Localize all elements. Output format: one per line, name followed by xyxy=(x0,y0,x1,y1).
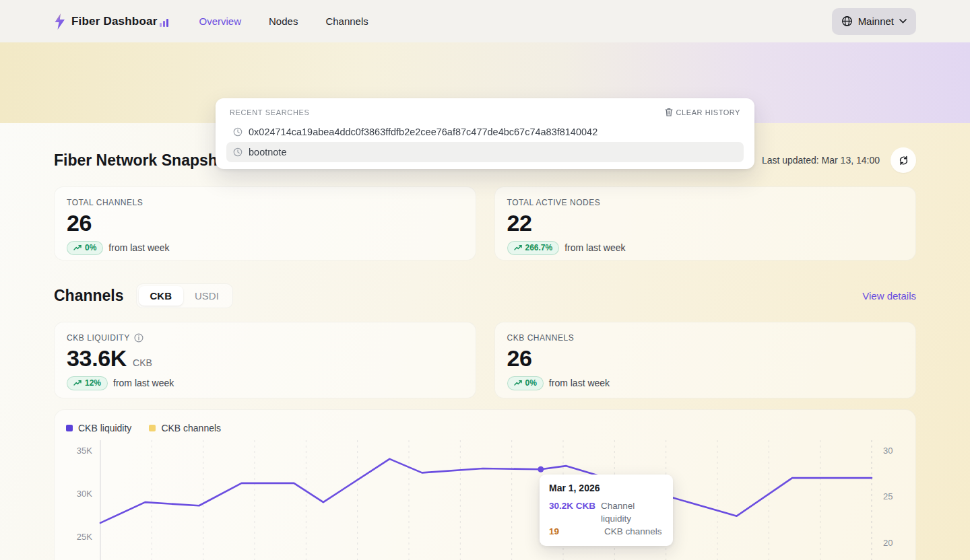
change-caption: from last week xyxy=(108,242,169,253)
trending-up-icon xyxy=(514,380,522,386)
network-selector-button[interactable]: Mainnet xyxy=(832,8,916,35)
tooltip-liquidity-label: Channel liquidity xyxy=(601,499,664,525)
clock-icon xyxy=(233,127,243,137)
refresh-icon xyxy=(898,155,909,166)
svg-text:30K: 30K xyxy=(77,489,92,499)
lightning-bolt-icon xyxy=(54,13,65,30)
main-content: Fiber Network Snapshot Last updated: Mar… xyxy=(0,123,970,560)
total-active-nodes-card: TOTAL ACTIVE NODES 22 266.7% from last w… xyxy=(494,186,917,260)
ckb-liquidity-card: CKB LIQUIDITY 33.6K CKB xyxy=(54,322,476,398)
tooltip-liquidity-value: 30.2K CKB xyxy=(549,499,601,525)
last-updated-text: Last updated: Mar 13, 14:00 xyxy=(762,155,880,166)
clear-history-button[interactable]: CLEAR HISTORY xyxy=(665,108,740,116)
view-details-link[interactable]: View details xyxy=(862,290,916,302)
top-nav: Fiber Dashboar Overview Nodes Channels M… xyxy=(0,0,970,42)
recent-searches-title: RECENT SEARCHES xyxy=(230,108,310,116)
card-label: CKB CHANNELS xyxy=(507,333,904,343)
tooltip-channels-value: 19 xyxy=(549,525,604,538)
liquidity-chart-card: CKB liquidityCKB channels 35K30K25K30252… xyxy=(54,409,916,560)
chart-legend: CKB liquidityCKB channels xyxy=(66,423,221,433)
asset-toggle: CKB USDI xyxy=(136,283,233,308)
change-badge: 266.7% xyxy=(507,241,560,255)
trending-up-icon xyxy=(73,244,82,251)
tooltip-date: Mar 1, 2026 xyxy=(549,483,664,493)
svg-text:30: 30 xyxy=(883,446,893,456)
channels-section-header: Channels CKB USDI View details xyxy=(54,281,916,310)
total-channels-card: TOTAL CHANNELS 26 0% from last week xyxy=(54,186,476,260)
ckb-channels-value: 26 xyxy=(507,346,532,371)
legend-label: CKB liquidity xyxy=(78,423,131,433)
trending-up-icon xyxy=(73,380,82,386)
change-caption: from last week xyxy=(549,378,610,388)
chevron-down-icon xyxy=(899,19,907,24)
nav-item-nodes[interactable]: Nodes xyxy=(269,15,298,27)
globe-icon xyxy=(841,15,853,27)
legend-swatch xyxy=(66,425,73,431)
recent-searches-dropdown: RECENT SEARCHES CLEAR HISTORY 0x024714ca… xyxy=(216,98,754,169)
nav-item-overview[interactable]: Overview xyxy=(199,15,242,27)
card-label: CKB LIQUIDITY xyxy=(67,333,130,343)
toggle-option-ckb[interactable]: CKB xyxy=(139,286,184,306)
brand-name: Fiber Dashboar xyxy=(71,15,158,28)
clock-icon xyxy=(233,147,243,157)
nav-item-channels[interactable]: Channels xyxy=(325,15,368,27)
recent-search-text: bootnote xyxy=(249,147,286,158)
trending-up-icon xyxy=(514,244,522,251)
ckb-cards-row: CKB LIQUIDITY 33.6K CKB xyxy=(54,322,916,398)
snapshot-cards-row: TOTAL CHANNELS 26 0% from last week TOTA… xyxy=(54,186,916,260)
ckb-liquidity-unit: CKB xyxy=(133,357,152,368)
toggle-option-usdi[interactable]: USDI xyxy=(183,286,230,306)
legend-label: CKB channels xyxy=(161,423,221,433)
total-active-nodes-value: 22 xyxy=(507,211,532,236)
change-caption: from last week xyxy=(564,242,625,253)
refresh-button[interactable] xyxy=(891,147,916,173)
recent-search-item[interactable]: bootnote xyxy=(226,142,744,162)
chart-tooltip: Mar 1, 2026 30.2K CKB Channel liquidity … xyxy=(540,475,673,546)
legend-item: CKB liquidity xyxy=(66,423,131,433)
recent-search-text: 0x024714ca19abea4ddc0f3863ffdfb2e2cee76a… xyxy=(249,127,597,137)
svg-text:20: 20 xyxy=(883,538,893,548)
trash-icon xyxy=(665,108,673,116)
logo-bars-icon xyxy=(160,19,168,28)
legend-swatch xyxy=(149,425,156,431)
brand-logo[interactable]: Fiber Dashboar xyxy=(54,13,168,30)
change-caption: from last week xyxy=(113,378,174,388)
card-label: TOTAL ACTIVE NODES xyxy=(507,198,904,207)
channels-section-title: Channels xyxy=(54,287,124,305)
change-badge: 0% xyxy=(67,241,103,255)
svg-text:25: 25 xyxy=(883,491,893,501)
info-icon[interactable] xyxy=(134,333,143,343)
ckb-channels-card: CKB CHANNELS 26 0% from last week xyxy=(494,322,917,398)
main-nav: Overview Nodes Channels xyxy=(199,15,368,27)
network-label: Mainnet xyxy=(858,15,894,27)
tooltip-channels-label: CKB channels xyxy=(604,525,662,538)
svg-text:35K: 35K xyxy=(77,446,92,456)
ckb-liquidity-value: 33.6K xyxy=(67,346,127,371)
legend-item: CKB channels xyxy=(149,423,221,433)
svg-text:25K: 25K xyxy=(77,532,92,542)
change-badge: 12% xyxy=(67,376,108,390)
total-channels-value: 26 xyxy=(67,211,92,236)
page-title: Fiber Network Snapshot xyxy=(54,151,232,170)
change-badge: 0% xyxy=(507,376,544,390)
card-label: TOTAL CHANNELS xyxy=(67,198,463,207)
recent-search-item[interactable]: 0x024714ca19abea4ddc0f3863ffdfb2e2cee76a… xyxy=(226,122,744,142)
recent-searches-list: 0x024714ca19abea4ddc0f3863ffdfb2e2cee76a… xyxy=(226,122,744,162)
